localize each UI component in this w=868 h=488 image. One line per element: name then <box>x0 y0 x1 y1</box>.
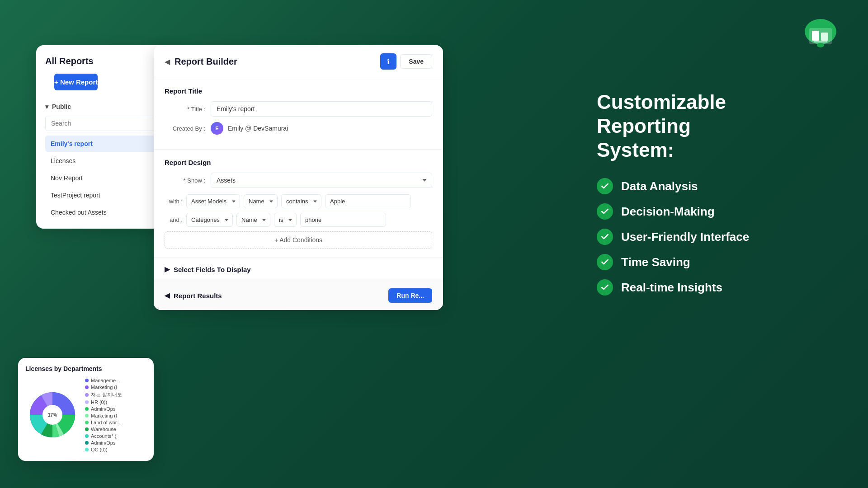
feature-label-user-friendly: User-Friendly Interface <box>621 230 749 244</box>
pie-chart-area: 17% 17% <box>25 388 80 444</box>
legend-item-qc: QC (0)) <box>85 447 146 452</box>
legend-item-management: Manageme... <box>85 378 146 383</box>
legend-item-adminops1: Admin/Ops <box>85 406 146 412</box>
show-row: * Show : Assets <box>165 173 432 188</box>
logo-area <box>800 18 841 56</box>
legend-item-marketing1: Marketing (l <box>85 385 146 390</box>
logo-icon <box>800 18 841 54</box>
cond1-field2-select[interactable]: Name <box>244 194 278 208</box>
legend-item-accounts: Accounts* ( <box>85 433 146 439</box>
avatar: E <box>211 122 223 135</box>
created-by-row: Created By : E Emily @ DevSamurai <box>165 122 432 135</box>
report-item-testproject-report[interactable]: TestProject report <box>45 187 167 203</box>
chevron-down-icon: ▾ <box>45 103 48 110</box>
legend-item-landofwor: Land of wor... <box>85 420 146 425</box>
svg-rect-4 <box>814 41 827 42</box>
report-item-checked-out-assets[interactable]: Checked out Assets <box>45 204 167 221</box>
report-title-section: Report Title * Title : Created By : E Em… <box>154 78 443 150</box>
check-icon-user-friendly <box>597 229 613 245</box>
feature-label-realtime-insights: Real-time Insights <box>621 281 722 295</box>
heading-line2: System: <box>597 139 674 161</box>
check-icon-realtime-insights <box>597 279 613 296</box>
feature-item-user-friendly: User-Friendly Interface <box>597 229 823 245</box>
legend-item-warehouse: Warehouse <box>85 427 146 432</box>
report-item-emilys-report[interactable]: Emily's report <box>45 136 167 152</box>
svg-rect-3 <box>821 33 828 41</box>
created-by-label: Created By : <box>165 125 205 132</box>
results-label: Report Results <box>174 292 222 300</box>
svg-point-5 <box>817 43 824 47</box>
features-panel: Customizable Reporting System: Data Anal… <box>597 90 823 305</box>
select-fields-header[interactable]: ▶ Select Fields To Display <box>165 265 432 273</box>
results-collapsible[interactable]: ◀ Report Results <box>165 291 222 300</box>
show-label: * Show : <box>165 177 205 184</box>
svg-text:17%: 17% <box>48 413 57 418</box>
public-header: ▾ Public <box>45 103 167 110</box>
pie-chart-title: Licenses by Departments <box>25 365 146 372</box>
check-icon-decision-making <box>597 203 613 220</box>
svg-rect-2 <box>812 31 819 41</box>
pie-chart-widget: Licenses by Departments 17% 17% <box>18 358 154 461</box>
cond2-operator-select[interactable]: is <box>274 213 297 227</box>
condition-row-1: with : Asset Models Name contains <box>165 194 432 208</box>
run-report-button[interactable]: Run Re... <box>388 288 432 303</box>
results-header: ◀ Report Results Run Re... <box>165 288 432 303</box>
expand-icon: ▶ <box>165 265 170 273</box>
feature-label-time-saving: Time Saving <box>621 255 690 269</box>
report-design-section: Report Design * Show : Assets with : Ass… <box>154 150 443 258</box>
collapse-icon[interactable]: ◀ <box>165 57 170 66</box>
legend-item-hr: HR (0)) <box>85 399 146 405</box>
select-fields-label: Select Fields To Display <box>174 266 251 273</box>
add-conditions-button[interactable]: + Add Conditions <box>165 231 432 249</box>
legend-dot <box>85 407 89 411</box>
and-label: and : <box>165 216 183 223</box>
legend-dot <box>85 448 89 451</box>
feature-label-data-analysis: Data Analysis <box>621 179 698 193</box>
legend-item-korean: 저는 잘지내도 <box>85 391 146 398</box>
info-button[interactable]: ℹ <box>380 53 396 70</box>
search-input[interactable] <box>45 116 167 131</box>
public-label: Public <box>52 103 71 110</box>
report-item-nov-report[interactable]: Nov Report <box>45 170 167 186</box>
report-title-label: Report Title <box>165 87 432 95</box>
title-input[interactable] <box>211 101 432 117</box>
report-builder-title: Report Builder <box>175 56 237 67</box>
report-item-licenses[interactable]: Licenses <box>45 153 167 169</box>
show-select[interactable]: Assets <box>211 173 432 188</box>
new-report-button[interactable]: + New Report <box>54 74 98 90</box>
save-button[interactable]: Save <box>400 54 432 69</box>
report-builder-panel: ◀ Report Builder ℹ Save Report Title * T… <box>154 45 443 310</box>
cond2-value-input[interactable] <box>300 213 386 227</box>
legend-dot <box>85 379 89 382</box>
header-actions: ℹ Save <box>380 53 432 70</box>
select-fields-section: ▶ Select Fields To Display <box>154 258 443 281</box>
report-design-label: Report Design <box>165 159 432 166</box>
pie-legend: Manageme... Marketing (l 저는 잘지내도 HR (0))… <box>85 378 146 454</box>
feature-item-time-saving: Time Saving <box>597 254 823 270</box>
legend-item-adminops2: Admin/Ops <box>85 440 146 446</box>
heading-line1: Customizable Reporting <box>597 91 726 137</box>
legend-dot <box>85 441 89 445</box>
cond1-operator-select[interactable]: contains <box>281 194 321 208</box>
creator-info: E Emily @ DevSamurai <box>211 122 288 135</box>
check-icon-time-saving <box>597 254 613 270</box>
cond1-value-input[interactable] <box>325 194 411 208</box>
pie-content: 17% 17% Manageme... Marketing (l 저는 잘지내도 <box>25 378 146 454</box>
cond2-field1-select[interactable]: Categories <box>186 213 233 227</box>
features-heading: Customizable Reporting System: <box>597 90 823 162</box>
legend-dot <box>85 400 89 404</box>
with-label: with : <box>165 198 183 205</box>
cond1-field1-select[interactable]: Asset Models <box>186 194 240 208</box>
title-field-row: * Title : <box>165 101 432 117</box>
check-icon-data-analysis <box>597 178 613 194</box>
feature-label-decision-making: Decision-Making <box>621 205 715 219</box>
header-left: ◀ Report Builder <box>165 56 237 67</box>
condition-row-2: and : Categories Name is <box>165 213 432 227</box>
legend-dot <box>85 385 89 389</box>
legend-dot <box>85 393 89 397</box>
pie-svg: 17% 17% <box>25 388 80 442</box>
cond2-field2-select[interactable]: Name <box>236 213 270 227</box>
results-collapse-icon: ◀ <box>165 291 170 300</box>
feature-item-data-analysis: Data Analysis <box>597 178 823 194</box>
title-label: * Title : <box>165 106 205 113</box>
